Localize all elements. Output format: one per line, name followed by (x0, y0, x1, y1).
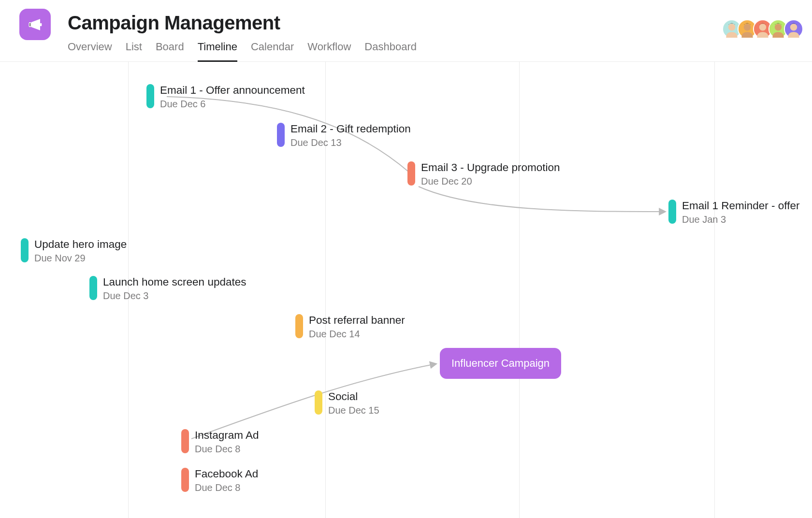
tab-workflow[interactable]: Workflow (307, 41, 351, 62)
tab-timeline[interactable]: Timeline (198, 41, 237, 62)
task-title: Email 2 - Gift redemption (290, 123, 411, 135)
svg-point-7 (744, 24, 751, 30)
svg-rect-2 (40, 23, 42, 26)
task-due: Due Dec 3 (103, 290, 149, 302)
timeline-gridline (128, 62, 129, 518)
project-icon-megaphone[interactable] (19, 9, 51, 40)
task-title: Instagram Ad (195, 429, 259, 442)
task-due: Due Dec 15 (328, 405, 379, 416)
task-due: Due Dec 13 (290, 137, 342, 148)
task-color-chip (146, 84, 154, 108)
task-title: Email 1 Reminder - offer (682, 200, 799, 212)
timeline-canvas[interactable]: Email 1 - Offer announcementDue Dec 6Ema… (0, 62, 812, 518)
svg-point-5 (728, 24, 735, 30)
timeline-gridline (714, 62, 715, 518)
timeline-gridline (519, 62, 520, 518)
tab-dashboard[interactable]: Dashboard (364, 41, 417, 62)
task-title: Email 3 - Upgrade promotion (421, 161, 560, 174)
task-title: Post referral banner (309, 314, 405, 327)
task-color-chip (315, 390, 322, 415)
svg-rect-3 (29, 23, 30, 26)
svg-point-9 (759, 24, 766, 30)
task-title: Update hero image (34, 238, 127, 251)
task-color-chip (181, 468, 189, 492)
tab-calendar[interactable]: Calendar (251, 41, 294, 62)
task-title: Launch home screen updates (103, 276, 246, 288)
task-color-chip (668, 200, 676, 224)
task-due: Due Dec 8 (195, 482, 241, 493)
task-color-chip (21, 238, 29, 262)
task-color-chip (277, 123, 285, 147)
task-due: Due Nov 29 (34, 253, 86, 264)
task-color-chip (407, 161, 415, 186)
svg-marker-1 (31, 19, 40, 30)
svg-point-11 (775, 24, 782, 30)
task-title: Facebook Ad (195, 468, 258, 480)
megaphone-icon (26, 15, 45, 34)
tab-board[interactable]: Board (156, 41, 184, 62)
task-due: Due Dec 20 (421, 176, 472, 187)
page-title: Campaign Management (68, 12, 280, 34)
tab-row: Overview List Board Timeline Calendar Wo… (68, 41, 417, 62)
project-header: Campaign Management Overview List Board … (0, 0, 812, 62)
member-avatars (726, 19, 803, 39)
task-due: Due Dec 8 (195, 444, 241, 455)
pill-influencer[interactable]: Influencer Campaign (440, 348, 561, 379)
member-avatar[interactable] (784, 19, 803, 39)
task-due: Due Jan 3 (682, 214, 726, 225)
tab-list[interactable]: List (126, 41, 142, 62)
task-color-chip (181, 429, 189, 453)
svg-point-13 (790, 24, 797, 30)
tab-overview[interactable]: Overview (68, 41, 112, 62)
task-title: Social (328, 390, 358, 403)
task-due: Due Dec 14 (309, 329, 360, 340)
task-color-chip (295, 314, 303, 338)
task-due: Due Dec 6 (160, 99, 206, 110)
task-color-chip (89, 276, 97, 300)
task-title: Email 1 - Offer announcement (160, 84, 305, 97)
